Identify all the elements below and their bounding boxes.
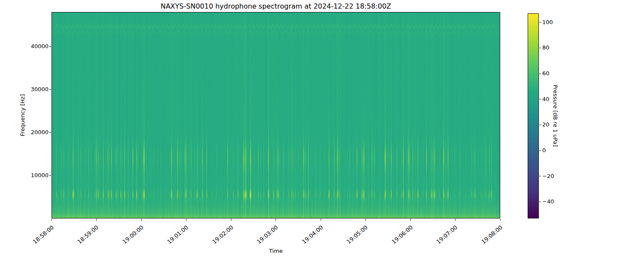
y-tick-mark: [49, 132, 51, 133]
x-axis-label: Time: [52, 248, 500, 254]
y-tick-label: 40000: [31, 43, 49, 49]
colorbar-tick-mark: [539, 74, 541, 74]
colorbar-canvas: [528, 13, 539, 218]
y-axis-label: Frequency [Hz]: [19, 94, 26, 136]
colorbar-tick-mark: [539, 99, 541, 99]
y-tick-label: 20000: [31, 129, 49, 135]
x-tick-label: 18:59:00: [76, 224, 100, 245]
x-tick-label: 19:01:00: [166, 224, 189, 245]
x-tick-mark: [410, 219, 411, 221]
x-tick-mark: [52, 219, 52, 221]
x-tick-label: 19:04:00: [301, 224, 324, 245]
colorbar-tick-mark: [539, 125, 541, 125]
x-tick-mark: [276, 219, 276, 221]
x-tick-label: 19:07:00: [435, 224, 459, 245]
colorbar-tick-label: 100: [542, 19, 553, 25]
x-tick-mark: [141, 219, 142, 221]
colorbar-tick-label: 40: [542, 96, 550, 102]
y-tick-label: 30000: [31, 86, 49, 92]
colorbar-tick-label: 20: [542, 121, 550, 128]
x-tick-label: 18:58:00: [31, 224, 55, 245]
x-tick-mark: [321, 219, 321, 221]
x-tick-label: 19:08:00: [480, 224, 503, 245]
x-tick-mark: [96, 219, 97, 221]
colorbar-tick-label: −40: [542, 198, 554, 205]
colorbar-tick-mark: [539, 48, 541, 48]
x-tick-mark: [186, 219, 186, 221]
x-tick-label: 19:00:00: [121, 224, 144, 245]
colorbar-tick-mark: [539, 176, 541, 176]
colorbar-tick-label: 0: [542, 147, 546, 154]
x-tick-label: 19:05:00: [346, 224, 369, 245]
plot-title: NAXYS-SN0010 hydrophone spectrogram at 2…: [52, 3, 500, 10]
spectrogram-canvas: [52, 12, 500, 218]
colorbar-tick-mark: [539, 22, 541, 22]
x-tick-mark: [231, 219, 231, 221]
x-tick-label: 19:06:00: [390, 224, 413, 245]
spectrogram-figure: NAXYS-SN0010 hydrophone spectrogram at 2…: [0, 0, 644, 258]
x-tick-label: 19:03:00: [256, 224, 279, 245]
x-tick-mark: [365, 219, 366, 221]
colorbar-tick-label: 60: [542, 70, 550, 77]
x-tick-label: 19:02:00: [211, 224, 234, 245]
x-tick-mark: [500, 219, 501, 221]
y-tick-label: 10000: [31, 172, 49, 178]
y-tick-mark: [49, 175, 51, 176]
colorbar-tick-label: 80: [542, 44, 550, 51]
y-tick-mark: [49, 46, 51, 47]
colorbar-tick-mark: [539, 150, 541, 150]
colorbar-tick-label: −20: [542, 173, 554, 179]
x-tick-mark: [455, 219, 456, 221]
colorbar-label: Pressure [dB re 1 uPa]: [552, 85, 559, 147]
y-tick-mark: [49, 89, 51, 90]
colorbar-tick-mark: [539, 202, 541, 202]
